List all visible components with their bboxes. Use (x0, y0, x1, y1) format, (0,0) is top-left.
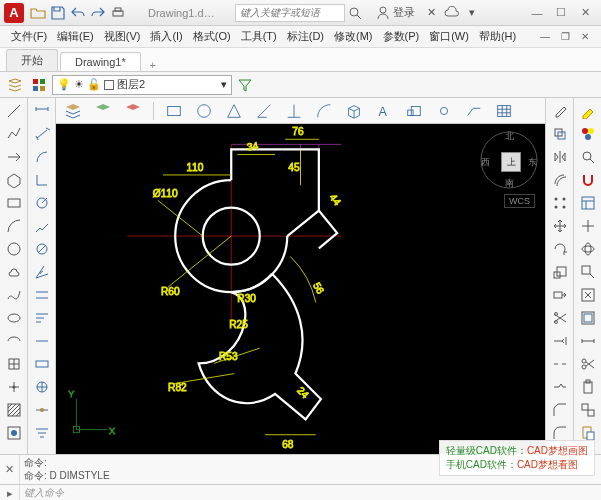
maximize-button[interactable]: ☐ (549, 3, 573, 23)
search-icon[interactable] (346, 4, 364, 22)
circle-tool-icon[interactable] (2, 238, 26, 260)
cmd-close-icon[interactable]: ✕ (0, 455, 20, 484)
scissor-icon[interactable] (576, 353, 600, 375)
dim-tolerance-icon[interactable] (30, 353, 54, 375)
menu-tools[interactable]: 工具(T) (236, 29, 282, 44)
block-tool-icon[interactable] (2, 353, 26, 375)
menu-window[interactable]: 窗口(W) (424, 29, 474, 44)
nav-pan-icon[interactable] (576, 215, 600, 237)
layer-iso-icon[interactable] (90, 100, 116, 122)
menu-edit[interactable]: 编辑(E) (52, 29, 99, 44)
copy-icon[interactable] (548, 123, 572, 145)
rectangle-tool-icon[interactable] (2, 192, 26, 214)
polygon-tool-icon[interactable] (2, 169, 26, 191)
tab-add[interactable]: + (143, 59, 163, 71)
spline-tool-icon[interactable] (2, 284, 26, 306)
dim-diameter-icon[interactable] (30, 238, 54, 260)
table-icon[interactable] (491, 100, 517, 122)
doc-restore-button[interactable]: ❐ (555, 28, 575, 46)
cmd-prompt-icon[interactable]: ▸ (0, 485, 20, 500)
nav-orbit-icon[interactable] (576, 238, 600, 260)
compass-top[interactable]: 上 (501, 152, 521, 172)
close-button[interactable]: ✕ (573, 3, 597, 23)
help-dd-icon[interactable]: ▾ (463, 4, 481, 22)
join-icon[interactable] (548, 376, 572, 398)
dim-edit-icon[interactable] (30, 399, 54, 421)
line-tool-icon[interactable] (2, 100, 26, 122)
layer-manager-icon[interactable] (4, 75, 26, 95)
viewport-icon[interactable] (576, 307, 600, 329)
redo-icon[interactable] (89, 4, 107, 22)
print-icon[interactable] (109, 4, 127, 22)
angle-shape-icon[interactable] (251, 100, 277, 122)
link-icon[interactable] (431, 100, 457, 122)
dim-baseline-icon[interactable] (30, 307, 54, 329)
magnet-icon[interactable] (576, 169, 600, 191)
view-cube[interactable]: 北 南 西 东 上 (479, 130, 539, 190)
perp-icon[interactable] (281, 100, 307, 122)
hatch-tool-icon[interactable] (2, 399, 26, 421)
cloud-icon[interactable] (443, 4, 461, 22)
search-input[interactable] (235, 4, 345, 22)
erase-icon[interactable] (548, 100, 572, 122)
exchange-icon[interactable]: ✕ (423, 4, 441, 22)
dim-radius-icon[interactable] (30, 192, 54, 214)
layers-stack-icon[interactable] (60, 100, 86, 122)
move-icon[interactable] (548, 215, 572, 237)
save-icon[interactable] (49, 4, 67, 22)
arc-tool-icon[interactable] (2, 215, 26, 237)
text-icon[interactable]: A (371, 100, 397, 122)
zoom-extents-icon[interactable] (576, 284, 600, 306)
dim-quick-icon[interactable] (30, 284, 54, 306)
dim-ordinate-icon[interactable] (30, 169, 54, 191)
tab-drawing1[interactable]: Drawing1* (60, 52, 141, 71)
rect-shape-icon[interactable] (161, 100, 187, 122)
doc-close-button[interactable]: ✕ (575, 28, 595, 46)
props-icon[interactable] (576, 192, 600, 214)
scale-tool-icon[interactable] (548, 261, 572, 283)
rotate-icon[interactable] (548, 238, 572, 260)
clipboard-icon[interactable] (576, 376, 600, 398)
layer-selector[interactable]: 💡 ☀ 🔓 图层2 ▾ (52, 75, 232, 95)
dim-jogged-icon[interactable] (30, 215, 54, 237)
menu-dimension[interactable]: 标注(D) (282, 29, 329, 44)
color-picker-icon[interactable] (576, 100, 600, 122)
leader-icon[interactable] (461, 100, 487, 122)
dim-arc-icon[interactable] (30, 146, 54, 168)
stretch-icon[interactable] (548, 284, 572, 306)
minimize-button[interactable]: — (525, 3, 549, 23)
menu-modify[interactable]: 修改(M) (329, 29, 378, 44)
trim-icon[interactable] (548, 307, 572, 329)
doc-minimize-button[interactable]: — (535, 28, 555, 46)
menu-param[interactable]: 参数(P) (378, 29, 425, 44)
undo-icon[interactable] (69, 4, 87, 22)
menu-insert[interactable]: 插入(I) (145, 29, 187, 44)
array-icon[interactable] (548, 192, 572, 214)
palette-icon[interactable] (576, 123, 600, 145)
distance-icon[interactable] (576, 330, 600, 352)
drawing-canvas[interactable]: 110 34 76 45 44 56 68 24 Ø110 R60 R30 R2… (56, 124, 545, 454)
dim-aligned-icon[interactable] (30, 123, 54, 145)
break-icon[interactable] (548, 353, 572, 375)
scale-icon[interactable] (401, 100, 427, 122)
revcloud-tool-icon[interactable] (2, 261, 26, 283)
circle-shape-icon[interactable] (191, 100, 217, 122)
menu-file[interactable]: 文件(F) (6, 29, 52, 44)
dim-angular-icon[interactable] (30, 261, 54, 283)
layer-states-icon[interactable] (28, 75, 50, 95)
dim-center-icon[interactable] (30, 376, 54, 398)
extend-icon[interactable] (548, 330, 572, 352)
login-button[interactable]: 登录 (375, 5, 415, 21)
command-input[interactable]: 键入命令 (20, 485, 601, 500)
ellipse-arc-tool-icon[interactable] (2, 330, 26, 352)
menu-help[interactable]: 帮助(H) (474, 29, 521, 44)
offset-icon[interactable] (548, 169, 572, 191)
ray-tool-icon[interactable] (2, 146, 26, 168)
wcs-label[interactable]: WCS (504, 194, 535, 208)
tab-start[interactable]: 开始 (6, 49, 58, 71)
dim-style-icon[interactable] (30, 422, 54, 444)
box3d-icon[interactable] (341, 100, 367, 122)
point-tool-icon[interactable] (2, 376, 26, 398)
zoom-window-icon[interactable] (576, 261, 600, 283)
layer-off-icon[interactable] (120, 100, 146, 122)
